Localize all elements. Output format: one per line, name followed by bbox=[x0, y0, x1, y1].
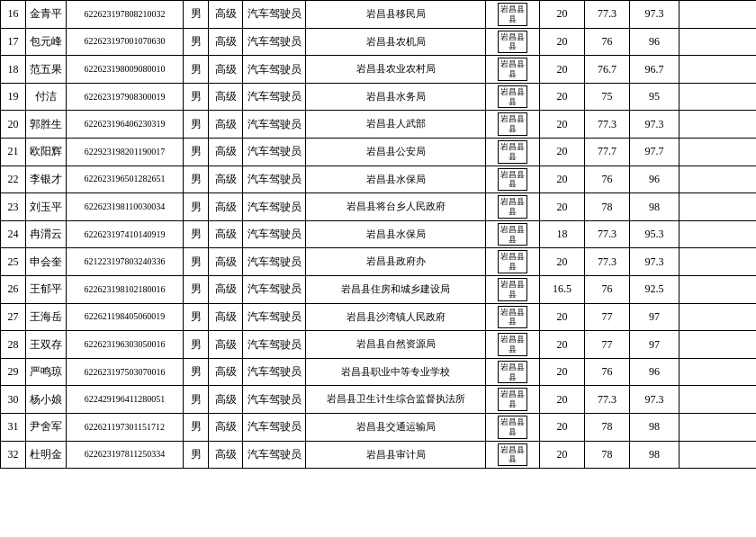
organization: 岩昌县交通运输局 bbox=[306, 413, 486, 441]
badge-cell: 岩昌县县 bbox=[486, 358, 540, 386]
extra-cell bbox=[680, 28, 757, 56]
score-p1: 20 bbox=[540, 56, 585, 84]
table-row: 31 尹舍军 622621197301151712 男 高级 汽车驾驶员 岩昌县… bbox=[1, 413, 757, 441]
table-row: 30 杨小娘 622429196411280051 男 高级 汽车驾驶员 岩昌县… bbox=[1, 386, 757, 414]
location-badge: 岩昌县县 bbox=[498, 333, 527, 356]
score-p1: 20 bbox=[540, 358, 585, 386]
cert-type: 汽车驾驶员 bbox=[243, 193, 306, 221]
main-table-wrapper: 16 金青平 622623197808210032 男 高级 汽车驾驶员 岩昌县… bbox=[0, 0, 756, 469]
score-p1: 20 bbox=[540, 28, 585, 56]
score-p1: 20 bbox=[540, 413, 585, 441]
data-table: 16 金青平 622623197808210032 男 高级 汽车驾驶员 岩昌县… bbox=[0, 0, 756, 469]
row-number: 26 bbox=[1, 275, 26, 303]
sex: 男 bbox=[184, 331, 209, 359]
level: 高级 bbox=[209, 303, 243, 331]
person-name: 王海岳 bbox=[26, 303, 67, 331]
sex: 男 bbox=[184, 220, 209, 248]
row-number: 32 bbox=[1, 441, 26, 469]
badge-cell: 岩昌县县 bbox=[486, 220, 540, 248]
level: 高级 bbox=[209, 83, 243, 111]
score-p2: 76 bbox=[585, 28, 630, 56]
score-p3: 96 bbox=[630, 358, 680, 386]
extra-cell bbox=[680, 111, 757, 139]
score-p1: 20 bbox=[540, 248, 585, 276]
organization: 岩昌县农业农村局 bbox=[306, 56, 486, 84]
score-p3: 96.7 bbox=[630, 56, 680, 84]
cert-type: 汽车驾驶员 bbox=[243, 138, 306, 166]
sex: 男 bbox=[184, 386, 209, 414]
cert-type: 汽车驾驶员 bbox=[243, 275, 306, 303]
level: 高级 bbox=[209, 358, 243, 386]
organization: 岩昌县水保局 bbox=[306, 220, 486, 248]
id-number: 622623198009080010 bbox=[67, 56, 184, 84]
location-badge: 岩昌县县 bbox=[498, 361, 527, 384]
location-badge: 岩昌县县 bbox=[498, 3, 527, 26]
level: 高级 bbox=[209, 275, 243, 303]
sex: 男 bbox=[184, 28, 209, 56]
cert-type: 汽车驾驶员 bbox=[243, 248, 306, 276]
table-row: 28 王双存 622623196303050016 男 高级 汽车驾驶员 岩昌县… bbox=[1, 331, 757, 359]
score-p2: 76 bbox=[585, 166, 630, 193]
badge-cell: 岩昌县县 bbox=[486, 303, 540, 331]
badge-cell: 岩昌县县 bbox=[486, 331, 540, 359]
cert-type: 汽车驾驶员 bbox=[243, 166, 306, 193]
table-row: 19 付洁 622623197908300019 男 高级 汽车驾驶员 岩昌县水… bbox=[1, 83, 757, 111]
organization: 岩昌县自然资源局 bbox=[306, 331, 486, 359]
person-name: 金青平 bbox=[26, 1, 67, 29]
score-p1: 20 bbox=[540, 331, 585, 359]
sex: 男 bbox=[184, 441, 209, 469]
person-name: 申会奎 bbox=[26, 248, 67, 276]
location-badge: 岩昌县县 bbox=[498, 388, 527, 411]
location-badge: 岩昌县县 bbox=[498, 416, 527, 439]
table-row: 25 申会奎 621223197803240336 男 高级 汽车驾驶员 岩昌县… bbox=[1, 248, 757, 276]
id-number: 622621197301151712 bbox=[67, 413, 184, 441]
level: 高级 bbox=[209, 386, 243, 414]
badge-cell: 岩昌县县 bbox=[486, 166, 540, 193]
extra-cell bbox=[680, 56, 757, 84]
score-p2: 76 bbox=[585, 275, 630, 303]
cert-type: 汽车驾驶员 bbox=[243, 56, 306, 84]
score-p3: 98 bbox=[630, 193, 680, 221]
score-p2: 75 bbox=[585, 83, 630, 111]
badge-cell: 岩昌县县 bbox=[486, 386, 540, 414]
id-number: 622623197503070016 bbox=[67, 358, 184, 386]
level: 高级 bbox=[209, 441, 243, 469]
location-badge: 岩昌县县 bbox=[498, 58, 527, 81]
score-p3: 97.3 bbox=[630, 248, 680, 276]
id-number: 622623197001070630 bbox=[67, 28, 184, 56]
sex: 男 bbox=[184, 358, 209, 386]
row-number: 22 bbox=[1, 166, 26, 193]
extra-cell bbox=[680, 303, 757, 331]
score-p3: 97.3 bbox=[630, 1, 680, 29]
cert-type: 汽车驾驶员 bbox=[243, 220, 306, 248]
score-p2: 77.3 bbox=[585, 386, 630, 414]
cert-type: 汽车驾驶员 bbox=[243, 303, 306, 331]
extra-cell bbox=[680, 358, 757, 386]
table-row: 24 冉渭云 622623197410140919 男 高级 汽车驾驶员 岩昌县… bbox=[1, 220, 757, 248]
table-row: 29 严鸣琼 622623197503070016 男 高级 汽车驾驶员 岩昌县… bbox=[1, 358, 757, 386]
extra-cell bbox=[680, 83, 757, 111]
row-number: 31 bbox=[1, 413, 26, 441]
score-p3: 98 bbox=[630, 413, 680, 441]
table-row: 22 李银才 622623196501282651 男 高级 汽车驾驶员 岩昌县… bbox=[1, 166, 757, 193]
cert-type: 汽车驾驶员 bbox=[243, 413, 306, 441]
score-p3: 97.3 bbox=[630, 386, 680, 414]
person-name: 冉渭云 bbox=[26, 220, 67, 248]
score-p1: 20 bbox=[540, 193, 585, 221]
extra-cell bbox=[680, 441, 757, 469]
cert-type: 汽车驾驶员 bbox=[243, 386, 306, 414]
person-name: 王郁平 bbox=[26, 275, 67, 303]
score-p2: 77.3 bbox=[585, 111, 630, 139]
location-badge: 岩昌县县 bbox=[498, 250, 527, 273]
cert-type: 汽车驾驶员 bbox=[243, 358, 306, 386]
score-p1: 20 bbox=[540, 386, 585, 414]
score-p1: 20 bbox=[540, 111, 585, 139]
organization: 岩昌县农机局 bbox=[306, 28, 486, 56]
badge-cell: 岩昌县县 bbox=[486, 83, 540, 111]
table-row: 17 包元峰 622623197001070630 男 高级 汽车驾驶员 岩昌县… bbox=[1, 28, 757, 56]
person-name: 欧阳辉 bbox=[26, 138, 67, 166]
sex: 男 bbox=[184, 193, 209, 221]
level: 高级 bbox=[209, 138, 243, 166]
cert-type: 汽车驾驶员 bbox=[243, 331, 306, 359]
row-number: 17 bbox=[1, 28, 26, 56]
